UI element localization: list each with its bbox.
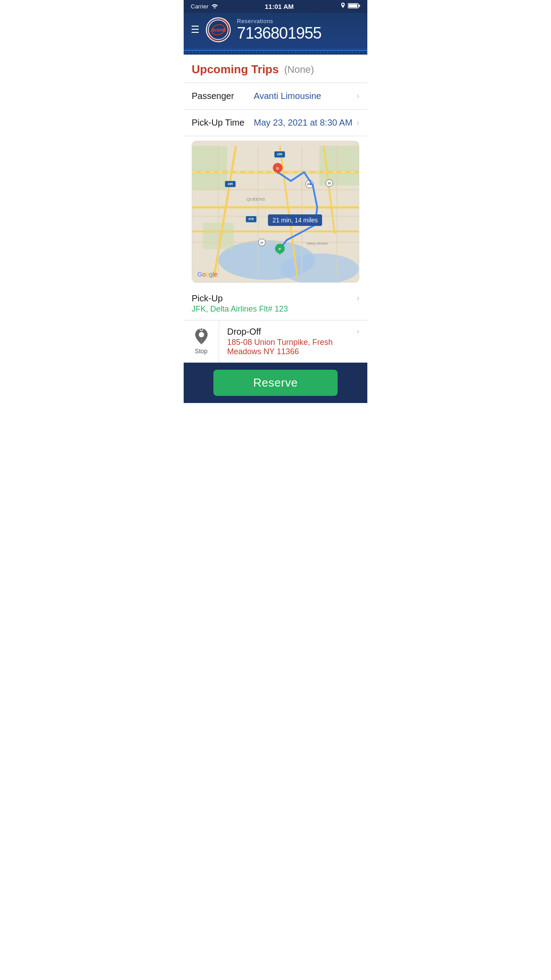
reservations-label: Reservations bbox=[237, 18, 273, 24]
svg-text:Valley Stream: Valley Stream bbox=[307, 241, 328, 245]
dropoff-content[interactable]: Drop-Off 185-08 Union Turnpike, Fresh Me… bbox=[219, 320, 367, 363]
passenger-row[interactable]: Passenger Avanti Limousine › bbox=[184, 83, 367, 109]
pickup-time-value: May 23, 2021 at 8:30 AM bbox=[254, 118, 353, 128]
passenger-label: Passenger bbox=[192, 91, 254, 101]
dropoff-chevron-icon: › bbox=[357, 327, 359, 336]
pickup-time-chevron-icon: › bbox=[357, 118, 359, 127]
main-content: Upcoming Trips (None) Passenger Avanti L… bbox=[184, 55, 367, 363]
divider-3 bbox=[184, 136, 367, 136]
google-watermark: Google bbox=[197, 271, 217, 278]
stop-dropoff-row: Stop Drop-Off 185-08 Union Turnpike, Fre… bbox=[184, 320, 367, 363]
location-icon bbox=[340, 3, 346, 10]
svg-text:D: D bbox=[276, 166, 279, 170]
passenger-value: Avanti Limousine bbox=[254, 91, 353, 101]
svg-text:495: 495 bbox=[228, 182, 233, 186]
svg-text:Avanti: Avanti bbox=[210, 26, 226, 33]
pickup-type-label: Pick-Up bbox=[192, 293, 353, 304]
dropoff-type-label: Drop-Off bbox=[227, 327, 353, 337]
pickup-chevron-icon: › bbox=[357, 293, 359, 303]
wifi-icon bbox=[211, 3, 218, 10]
map-info-bubble: 21 min, 14 miles bbox=[268, 214, 322, 226]
pickup-location-row[interactable]: Pick-Up JFK, Delta Airlines Flt# 123 › bbox=[184, 287, 367, 320]
svg-text:P: P bbox=[279, 247, 281, 251]
map-container[interactable]: 495 295 678 25B 25 27 QUEENS bbox=[192, 141, 359, 283]
phone-number: 7136801955 bbox=[237, 24, 321, 42]
svg-text:295: 295 bbox=[277, 153, 283, 156]
svg-rect-10 bbox=[192, 146, 227, 190]
pickup-time-label: Pick-Up Time bbox=[192, 118, 254, 128]
svg-text:QUEENS: QUEENS bbox=[247, 197, 265, 202]
dot-line bbox=[184, 51, 367, 55]
svg-rect-1 bbox=[358, 5, 360, 7]
pickup-time-row[interactable]: Pick-Up Time May 23, 2021 at 8:30 AM › bbox=[184, 110, 367, 136]
svg-point-49 bbox=[199, 332, 204, 337]
dropoff-address: 185-08 Union Turnpike, Fresh Meadows NY … bbox=[227, 338, 353, 356]
stop-pin-icon bbox=[195, 328, 208, 347]
app-header: ☰ Avanti Reservations 7136801955 bbox=[184, 13, 367, 48]
upcoming-trips-row: Upcoming Trips (None) bbox=[184, 55, 367, 83]
upcoming-trips-status: (None) bbox=[284, 64, 314, 75]
status-bar: Carrier 11:01 AM bbox=[184, 0, 367, 13]
app-logo: Avanti bbox=[206, 17, 231, 42]
pickup-address: JFK, Delta Airlines Flt# 123 bbox=[192, 304, 353, 314]
svg-text:27: 27 bbox=[260, 241, 264, 244]
reserve-button[interactable]: Reserve bbox=[213, 370, 338, 396]
stop-label: Stop bbox=[195, 348, 208, 355]
upcoming-trips-label: Upcoming Trips bbox=[192, 63, 279, 76]
svg-text:678: 678 bbox=[248, 217, 254, 221]
bottom-bar: Reserve bbox=[184, 363, 367, 403]
carrier-label: Carrier bbox=[191, 3, 209, 10]
status-time: 11:01 AM bbox=[265, 3, 294, 10]
passenger-chevron-icon: › bbox=[357, 91, 359, 101]
battery-icon bbox=[348, 3, 360, 10]
hamburger-menu[interactable]: ☰ bbox=[191, 25, 200, 35]
svg-rect-2 bbox=[348, 4, 357, 8]
svg-point-52 bbox=[200, 328, 203, 331]
svg-text:25: 25 bbox=[328, 182, 331, 185]
stop-icon-col[interactable]: Stop bbox=[184, 320, 219, 363]
